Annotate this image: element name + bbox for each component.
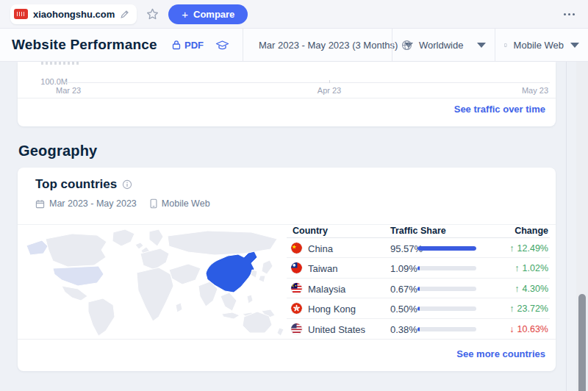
edit-icon[interactable] [120, 10, 129, 19]
x-tick-label: Mar 23 [56, 86, 81, 95]
map-united-states [53, 266, 104, 286]
traffic-share-bar [417, 306, 476, 311]
map-mexico [62, 286, 87, 301]
card-meta: Mar 2023 - May 2023 Mobile Web [35, 198, 210, 209]
y-axis-label: 100.0M [26, 77, 68, 86]
page-title: Website Performance [0, 37, 157, 53]
meta-date-range: Mar 2023 - May 2023 [49, 198, 137, 209]
star-icon [148, 9, 158, 18]
globe-icon [401, 40, 412, 51]
header-actions: PDF [172, 29, 243, 61]
more-options-icon [564, 13, 566, 15]
axis-tick [329, 80, 330, 83]
up-arrow-icon: ↑ [514, 284, 519, 294]
map-japan [259, 260, 273, 282]
compare-button[interactable]: + Compare [168, 4, 248, 24]
favorite-star-button[interactable] [146, 4, 159, 24]
site-selector[interactable]: xiaohongshu.com [10, 4, 137, 24]
change-value: ↓10.63% [509, 324, 548, 334]
x-tick-label: May 23 [522, 86, 548, 95]
content-edge [566, 62, 567, 391]
country-row[interactable]: Hong Kong0.50%↑23.72% [287, 298, 550, 318]
scrollbar-track[interactable] [576, 62, 588, 391]
traffic-share-bar [417, 266, 476, 270]
chevron-down-icon [570, 43, 579, 48]
map-canada [46, 234, 107, 267]
divider [18, 98, 556, 98]
academy-button[interactable] [215, 40, 229, 51]
country-name: United States [308, 324, 365, 335]
country-row[interactable]: China95.57%↑12.49% [287, 238, 550, 258]
map-korea [251, 270, 257, 278]
column-header-change: Change [514, 226, 548, 236]
country-name: Hong Kong [308, 304, 356, 315]
plus-icon: + [182, 9, 188, 20]
traffic-share-value: 0.67% [390, 284, 417, 295]
traffic-share-value: 0.38% [390, 324, 417, 335]
top-countries-card: Top countries Mar 2023 - May 2023 Mobile… [18, 168, 556, 371]
scrollbar-thumb[interactable] [578, 294, 586, 391]
page-header: Website Performance PDF Mar 2023 - May 2… [0, 28, 588, 62]
map-south-america [88, 298, 115, 336]
map-madagascar [176, 303, 182, 312]
country-flag-icon [291, 283, 302, 294]
map-africa [137, 268, 173, 321]
map-greenland [112, 229, 135, 246]
world-map[interactable] [24, 228, 291, 337]
traffic-share-value: 1.09% [390, 263, 417, 274]
geography-section-title: Geography [18, 143, 97, 159]
see-traffic-over-time-link[interactable]: See traffic over time [454, 104, 545, 115]
change-value: ↑4.30% [514, 284, 548, 294]
map-alaska [26, 240, 48, 255]
see-more-countries-link[interactable]: See more countries [456, 348, 545, 359]
graduation-cap-icon [215, 40, 229, 51]
date-range-dropdown[interactable]: Mar 2023 - May 2023 (3 Months) [243, 29, 392, 61]
site-name: xiaohongshu.com [33, 9, 115, 20]
up-arrow-icon: ↑ [509, 304, 514, 314]
map-southeast-asia [220, 293, 237, 311]
traffic-share-bar [417, 287, 476, 291]
traffic-share-bar [417, 327, 476, 331]
device-label: Mobile Web [514, 40, 564, 51]
column-header-traffic-share: Traffic Share [390, 226, 446, 236]
table-header: Country Traffic Share Change [287, 224, 550, 238]
traffic-share-value: 0.50% [390, 304, 417, 315]
map-russia [168, 231, 277, 255]
info-icon[interactable] [122, 179, 132, 190]
table-body: China95.57%↑12.49%Taiwan1.09%↑1.02%Malay… [287, 238, 550, 339]
calendar-icon [35, 199, 45, 209]
country-name: Taiwan [308, 263, 337, 274]
country-row[interactable]: Taiwan1.09%↑1.02% [287, 258, 550, 278]
card-title: Top countries [35, 177, 117, 192]
up-arrow-icon: ↑ [514, 263, 519, 273]
mobile-icon [150, 198, 157, 209]
map-scandinavia [149, 229, 163, 246]
map-new-zealand [277, 328, 284, 336]
more-options-button[interactable] [561, 9, 578, 20]
up-arrow-icon: ↑ [509, 243, 514, 254]
axis-tick [65, 80, 65, 83]
top-countries-table: Country Traffic Share Change China95.57%… [287, 224, 550, 339]
chevron-down-icon [477, 43, 486, 48]
compare-button-label: Compare [193, 9, 234, 20]
region-label: Worldwide [419, 40, 463, 51]
region-dropdown[interactable]: Worldwide [392, 29, 495, 61]
mobile-icon [504, 40, 507, 51]
country-name: Malaysia [308, 284, 345, 295]
x-axis-labels: Mar 23 Apr 23 May 23 [18, 86, 556, 96]
country-flag-icon [291, 262, 302, 273]
divider [18, 339, 556, 340]
change-value: ↑1.02% [514, 263, 548, 273]
country-name: China [308, 243, 333, 254]
pdf-export-button[interactable]: PDF [172, 40, 204, 51]
device-dropdown[interactable]: Mobile Web [495, 29, 588, 61]
date-range-label: Mar 2023 - May 2023 (3 Months) [259, 40, 398, 51]
map-iceland [135, 243, 143, 249]
x-tick-label: Apr 23 [318, 86, 341, 95]
country-row[interactable]: United States0.38%↓10.63% [287, 319, 550, 339]
map-middle-east [169, 264, 201, 284]
change-value: ↑12.49% [509, 243, 548, 254]
country-row[interactable]: Malaysia0.67%↑4.30% [287, 279, 550, 298]
country-flag-icon [291, 303, 302, 314]
meta-device: Mobile Web [162, 198, 210, 209]
